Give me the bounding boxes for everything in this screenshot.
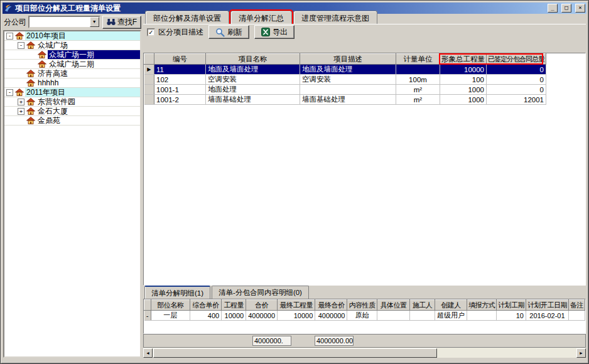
distinguish-description-checkbox[interactable]: ✓ 区分项目描述: [147, 27, 203, 38]
col-header-total-qty[interactable]: 形象总工程量: [440, 54, 487, 65]
cell-desc[interactable]: 墙面基础处理: [300, 95, 396, 105]
cell-name[interactable]: 墙面基础处理: [206, 95, 300, 105]
cell-total-qty[interactable]: 1000: [440, 95, 487, 105]
branch-select[interactable]: ▼: [28, 16, 100, 28]
cell-code[interactable]: 1001-2: [154, 95, 206, 105]
tree-item-zhongcheng-plaza-phase1[interactable]: 众城广场一期: [4, 50, 140, 60]
tab-list-breakdown-summary[interactable]: 清单分解汇总: [230, 11, 292, 24]
cell-creator[interactable]: 超级用户: [435, 311, 467, 321]
col-header-final-amount[interactable]: 最终合价: [315, 300, 347, 311]
scroll-left-icon[interactable]: ◄: [143, 348, 153, 358]
cell-total-qty[interactable]: 1000: [440, 85, 487, 95]
table-row-selected[interactable]: ▶ 11 地面及墙面处理 地面及墙面处理 10000 0: [144, 65, 546, 75]
detail-row[interactable]: - 一层 400 10000 4000000 10000 4000000 原始: [144, 311, 585, 321]
refresh-button[interactable]: 刷新: [208, 25, 249, 39]
cell-code[interactable]: 102: [154, 75, 206, 85]
collapse-row-icon[interactable]: -: [144, 311, 151, 321]
row-selector[interactable]: [144, 95, 154, 105]
col-header-creator[interactable]: 创建人: [435, 300, 467, 311]
table-row[interactable]: 102 空调安装 空调安装 100m 100 0: [144, 75, 546, 85]
col-header-desc[interactable]: 项目描述: [300, 54, 396, 65]
cell-remark[interactable]: [569, 311, 585, 321]
cell-total-qty[interactable]: 100: [440, 75, 487, 85]
cell-final-amount[interactable]: 4000000: [315, 311, 347, 321]
horizontal-scrollbar[interactable]: ◄ ►: [143, 347, 586, 358]
row-selector[interactable]: [144, 75, 154, 85]
col-header-subcontract-qty[interactable]: 已签定分包合同总量: [487, 54, 546, 65]
col-header-nature[interactable]: 内容性质: [347, 300, 377, 311]
col-header-code[interactable]: 编号: [154, 54, 206, 65]
find-button-label: 查找F: [117, 17, 137, 28]
scroll-right-icon[interactable]: ►: [576, 348, 586, 358]
col-header-qty[interactable]: 工程量: [222, 300, 246, 311]
cell-location[interactable]: [377, 311, 410, 321]
col-header-plan-days[interactable]: 计划工期: [496, 300, 526, 311]
cell-total-qty[interactable]: 10000: [440, 65, 487, 75]
tree-item-2010-projects[interactable]: - 2010年项目: [4, 31, 140, 41]
detail-section: 清单分解明细(1) 清单-分包合同内容明细(0): [143, 286, 586, 358]
tab-part-breakdown-settings[interactable]: 部位分解及清单设置: [145, 11, 229, 24]
cell-unit[interactable]: 100m: [396, 75, 440, 85]
cell-fill-mode[interactable]: [467, 311, 496, 321]
col-header-part[interactable]: 部位名称: [151, 300, 190, 311]
export-button[interactable]: 导出: [254, 25, 294, 39]
cell-unit[interactable]: [396, 65, 440, 75]
checkbox-check-icon[interactable]: ✓: [147, 28, 155, 36]
tree-item-jinshi-tower[interactable]: + 金石大厦: [4, 107, 140, 116]
cell-subcontract-qty[interactable]: 0: [487, 75, 546, 85]
cell-worker[interactable]: [410, 311, 435, 321]
cell-qty[interactable]: 10000: [222, 311, 246, 321]
row-selector[interactable]: [144, 85, 154, 95]
cell-desc[interactable]: 地面及墙面处理: [300, 65, 396, 75]
cell-unit-price[interactable]: 400: [190, 311, 222, 321]
collapse-icon[interactable]: -: [6, 33, 13, 40]
cell-subcontract-qty[interactable]: 12001: [487, 95, 546, 105]
expand-icon[interactable]: +: [18, 99, 24, 105]
tab-subcontract-content-detail[interactable]: 清单-分包合同内容明细(0): [212, 286, 309, 299]
col-header-name[interactable]: 项目名称: [206, 54, 300, 65]
cell-name[interactable]: 空调安装: [206, 75, 300, 85]
cell-subcontract-qty[interactable]: 0: [487, 65, 546, 75]
tree-item-zhongcheng-plaza-phase2[interactable]: 众城广场二期: [4, 60, 140, 69]
collapse-icon[interactable]: -: [18, 42, 24, 49]
cell-subcontract-qty[interactable]: 0: [487, 85, 546, 95]
cell-final-qty[interactable]: 10000: [278, 311, 315, 321]
tree-item-2011-projects[interactable]: - 2011年项目: [4, 88, 140, 97]
col-header-worker[interactable]: 施工人: [410, 300, 435, 311]
cell-name[interactable]: 地面处理: [206, 85, 300, 95]
collapse-icon[interactable]: -: [6, 89, 13, 96]
expand-icon[interactable]: +: [18, 108, 24, 115]
tree-item-jiqing-highway[interactable]: 济青高速: [4, 69, 140, 78]
cell-name[interactable]: 地面及墙面处理: [206, 65, 300, 75]
col-header-plan-start[interactable]: 计划开工日期: [526, 300, 568, 311]
cell-code[interactable]: 11: [154, 65, 206, 75]
cell-desc[interactable]: [300, 85, 396, 95]
chevron-down-icon[interactable]: ▼: [90, 17, 99, 27]
cell-desc[interactable]: 空调安装: [300, 75, 396, 85]
cell-code[interactable]: 1001-1: [154, 85, 206, 95]
col-header-unit-price[interactable]: 综合单价: [190, 300, 222, 311]
tree-item-zhongcheng-plaza[interactable]: - 众城广场: [4, 41, 140, 50]
tab-progress-flow-diagram[interactable]: 进度管理流程示意图: [293, 11, 377, 24]
cell-unit[interactable]: m²: [396, 95, 440, 105]
cell-plan-days[interactable]: 10: [496, 311, 526, 321]
col-header-amount[interactable]: 合价: [246, 300, 278, 311]
tree-item-hhhhh[interactable]: hhhhh: [4, 78, 140, 88]
cell-nature[interactable]: 原始: [347, 311, 377, 321]
col-header-fill-mode[interactable]: 填报方式: [467, 300, 496, 311]
cell-unit[interactable]: m²: [396, 85, 440, 95]
tree-item-dongying-software-park[interactable]: + 东营软件园: [4, 97, 140, 107]
scrollbar-thumb[interactable]: [153, 348, 437, 358]
col-header-remark[interactable]: 备注: [569, 300, 585, 311]
table-row[interactable]: 1001-1 地面处理 m² 1000 0: [144, 85, 546, 95]
table-row[interactable]: 1001-2 墙面基础处理 墙面基础处理 m² 1000 12001: [144, 95, 546, 105]
cell-amount[interactable]: 4000000: [246, 311, 278, 321]
cell-part[interactable]: 一层: [151, 311, 190, 321]
find-button[interactable]: 查找F: [102, 16, 141, 29]
col-header-final-qty[interactable]: 最终工程量: [278, 300, 315, 311]
tab-list-breakdown-detail[interactable]: 清单分解明细(1): [144, 286, 210, 299]
col-header-unit[interactable]: 计量单位: [396, 54, 440, 65]
cell-plan-start[interactable]: 2016-02-01: [526, 311, 568, 321]
col-header-location[interactable]: 具体位置: [377, 300, 410, 311]
tree-item-jinding-garden[interactable]: 金鼎苑: [4, 116, 140, 126]
